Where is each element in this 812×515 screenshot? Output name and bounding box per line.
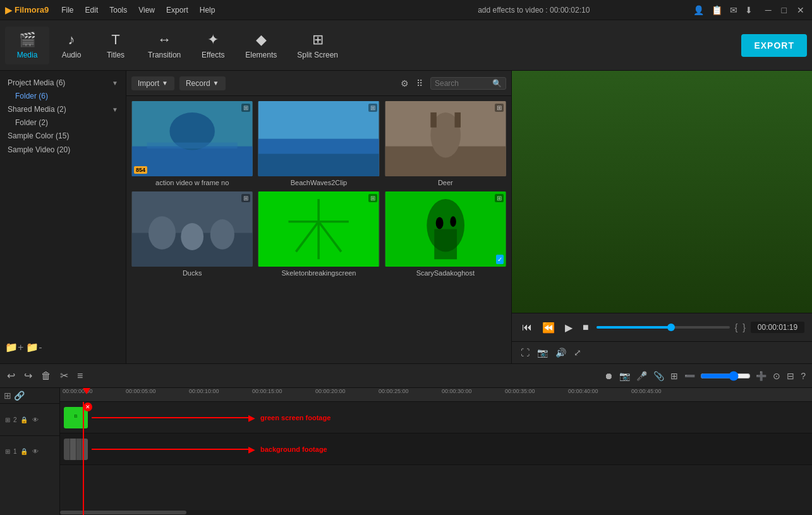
fullscreen-icon-btn[interactable]: ⛶ xyxy=(519,346,531,359)
menu-file[interactable]: File xyxy=(56,4,78,16)
skeleton-thumb-svg xyxy=(258,191,379,267)
sidebar-item-folder[interactable]: Folder (6) xyxy=(0,90,126,102)
play-button[interactable]: ▶ xyxy=(562,319,575,336)
track1-eye-icon[interactable]: 👁 xyxy=(31,447,40,456)
redo-button[interactable]: ↪ xyxy=(22,368,34,384)
toolbar-media[interactable]: 🎬 Media xyxy=(5,27,49,64)
maximize-button[interactable]: □ xyxy=(779,5,789,15)
adjust-button[interactable]: ≡ xyxy=(75,368,85,384)
media-thumb-5: ⊞ xyxy=(258,191,379,267)
svg-point-26 xyxy=(450,217,456,227)
title-icons: 👤 📋 ✉ ⬇ xyxy=(693,5,753,15)
link-track-button[interactable]: 🔗 xyxy=(14,391,25,401)
green-clip[interactable]: ✕ B xyxy=(64,407,88,428)
logo-icon: ▶ xyxy=(5,5,12,15)
track-label-1: ⊞ 1 🔒 👁 xyxy=(0,435,60,467)
import-arrow-icon: ▼ xyxy=(162,80,168,87)
clip-remove-icon: ✕ xyxy=(83,403,92,411)
add-video-track-button[interactable]: ⊞ xyxy=(4,391,11,401)
grid-view-icon[interactable]: ⠿ xyxy=(416,78,423,88)
delete-button[interactable]: 🗑 xyxy=(39,368,53,384)
cut-button[interactable]: ✂ xyxy=(58,368,70,384)
timeline-help-button[interactable]: ? xyxy=(799,370,807,382)
menu-edit[interactable]: Edit xyxy=(80,4,104,16)
play-record-button[interactable]: ⏺ xyxy=(603,370,614,382)
user-icon[interactable]: 👤 xyxy=(693,5,704,15)
remove-folder-button[interactable]: 📁- xyxy=(26,341,42,353)
toolbar-elements[interactable]: ◆ Elements xyxy=(235,27,287,64)
media-item-5[interactable]: ⊞ Skeletonbreakingscreen xyxy=(258,191,379,277)
media-item-2[interactable]: ⊞ BeachWaves2Clip xyxy=(258,101,379,186)
media-name-4: Ducks xyxy=(131,269,253,277)
volume-button[interactable]: 🔊 xyxy=(554,346,567,359)
media-item-4[interactable]: ⊞ Ducks xyxy=(131,191,253,277)
undo-button[interactable]: ↩ xyxy=(5,368,17,384)
media-thumb-3: ⊞ xyxy=(385,101,506,176)
media-thumb-4: ⊞ xyxy=(131,191,253,267)
sidebar-item-sample-color[interactable]: Sample Color (15) xyxy=(0,129,126,143)
toolbar-effects[interactable]: ✦ Effects xyxy=(191,27,235,64)
minimize-button[interactable]: ─ xyxy=(763,5,774,15)
toolbar-splitscreen[interactable]: ⊞ Split Screen xyxy=(287,27,348,64)
fit-timeline-button[interactable]: ⊙ xyxy=(772,370,782,382)
titlebar: ▶ Filmora9 File Edit Tools View Export H… xyxy=(0,0,812,20)
sidebar-item-shared-media[interactable]: Shared Media (2) ▼ xyxy=(0,102,126,116)
fit-screen-button[interactable]: ⤢ xyxy=(573,346,583,359)
snapshot-button[interactable]: 📷 xyxy=(618,370,631,382)
track2-eye-icon[interactable]: 👁 xyxy=(31,415,40,425)
voice-button[interactable]: 🎤 xyxy=(635,370,648,382)
beach-thumb-svg xyxy=(258,101,379,176)
timeline-scrollbar[interactable] xyxy=(60,510,812,515)
zoom-slider[interactable] xyxy=(700,371,751,381)
detach-button[interactable]: 📎 xyxy=(652,370,665,382)
playhead-line xyxy=(83,402,84,515)
close-button[interactable]: ✕ xyxy=(794,5,807,15)
arrow-head-bg: ▶ xyxy=(248,444,255,454)
audio-label: Audio xyxy=(62,51,82,59)
zoom-out-button[interactable]: ➖ xyxy=(683,370,696,382)
search-input[interactable] xyxy=(435,79,492,88)
screenshot-button[interactable]: 📷 xyxy=(536,346,549,359)
sidebar-item-folder2[interactable]: Folder (2) xyxy=(0,116,126,129)
menu-export[interactable]: Export xyxy=(161,4,193,16)
in-point-button[interactable]: { xyxy=(735,322,738,332)
check-badge-6: ✓ xyxy=(496,255,504,264)
menu-tools[interactable]: Tools xyxy=(104,4,132,16)
svg-point-14 xyxy=(148,217,176,250)
bg-clip[interactable] xyxy=(64,439,88,460)
toolbar-audio[interactable]: ♪ Audio xyxy=(49,27,94,64)
sidebar-item-sample-video[interactable]: Sample Video (20) xyxy=(0,143,126,157)
sidebar-item-project-media[interactable]: Project Media (6) ▼ xyxy=(0,76,126,90)
elements-label: Elements xyxy=(245,51,277,59)
media-item-6[interactable]: ⊞ ✓ ScarySadakoghost xyxy=(385,191,506,277)
track1-grid-icon[interactable]: ⊞ xyxy=(4,447,11,456)
add-media-button[interactable]: ⊞ xyxy=(669,370,679,382)
skip-back-button[interactable]: ⏮ xyxy=(519,319,535,336)
zoom-in-button[interactable]: ➕ xyxy=(754,370,768,382)
split-view-button[interactable]: ⊟ xyxy=(785,370,796,382)
timeline-toolbar: ↩ ↪ 🗑 ✂ ≡ ⏺ 📷 🎤 📎 ⊞ ➖ ➕ ⊙ ⊟ ? xyxy=(0,364,812,388)
toolbar-transition[interactable]: ↔ Transition xyxy=(138,27,191,64)
media-item-1[interactable]: ⊞ 854 action video w frame no xyxy=(131,101,253,186)
filter-icon[interactable]: ⚙ xyxy=(401,78,409,88)
media-item-3[interactable]: ⊞ Deer xyxy=(385,101,506,186)
import-button[interactable]: Import ▼ xyxy=(131,76,174,90)
menu-help[interactable]: Help xyxy=(195,4,221,16)
progress-bar[interactable] xyxy=(597,326,730,329)
toolbar-titles[interactable]: T Titles xyxy=(94,27,138,64)
track2-lock-icon[interactable]: 🔒 xyxy=(19,415,29,425)
inbox-icon[interactable]: 📋 xyxy=(712,5,722,15)
download-icon[interactable]: ⬇ xyxy=(745,5,753,15)
media-thumb-1: ⊞ 854 xyxy=(131,101,253,176)
step-back-button[interactable]: ⏪ xyxy=(540,319,557,336)
export-button[interactable]: EXPORT xyxy=(741,34,807,57)
track1-lock-icon[interactable]: 🔒 xyxy=(19,447,29,456)
menu-view[interactable]: View xyxy=(133,4,160,16)
record-button[interactable]: Record ▼ xyxy=(179,76,226,90)
track2-grid-icon[interactable]: ⊞ xyxy=(4,415,11,425)
out-point-button[interactable]: } xyxy=(742,322,746,332)
add-folder-button[interactable]: 📁+ xyxy=(5,341,23,353)
mail-icon[interactable]: ✉ xyxy=(730,5,737,15)
stop-button[interactable]: ■ xyxy=(580,319,591,336)
chevron-down-icon-2: ▼ xyxy=(112,106,118,113)
